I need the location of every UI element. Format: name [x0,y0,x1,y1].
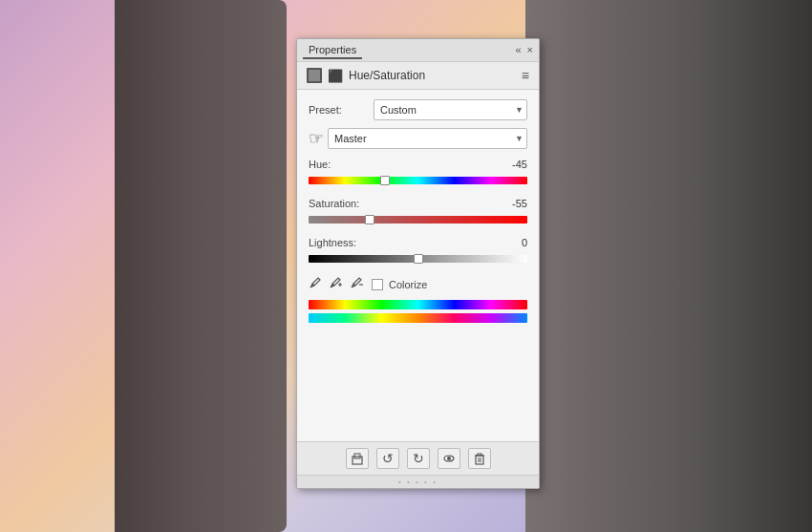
preset-label: Preset: [309,104,374,116]
lightness-slider-row: Lightness: 0 [309,237,527,266]
hue-label-row: Hue: -45 [309,159,527,170]
sat-label: Saturation: [309,198,359,209]
saturation-slider-row: Saturation: -55 [309,198,527,227]
panel-menu-btn[interactable]: ≡ [522,68,529,83]
light-thumb[interactable] [414,254,423,264]
hue-slider-row: Hue: -45 [309,159,527,188]
hue-slider-container[interactable] [309,173,527,188]
title-bar: Properties « × [297,39,539,62]
original-color-bar [309,300,527,309]
subtract-sample-tool[interactable] [351,276,364,292]
channel-select[interactable]: Master Reds Yellows Greens Cyans Blues M… [328,128,527,149]
preset-select-wrapper: Custom Default Cyanotype Sepia Strong Sa… [374,99,527,120]
hue-label: Hue: [309,159,331,170]
grip-bar: • • • • • [297,475,539,488]
svg-point-3 [447,457,451,460]
empty-space [309,327,527,432]
light-value: 0 [499,237,527,248]
properties-panel: Properties « × ⬛ Hue/Saturation ≡ Preset… [296,38,540,489]
panel-content: Preset: Custom Default Cyanotype Sepia S… [297,90,539,441]
panel-header: ⬛ Hue/Saturation ≡ [297,62,539,90]
light-track [309,255,527,263]
title-tabs: Properties [303,42,362,59]
previous-state-btn[interactable]: ↺ [376,448,399,469]
svg-rect-4 [476,456,483,464]
close-btn[interactable]: × [527,45,533,55]
sat-slider-container[interactable] [309,212,527,227]
add-sample-tool[interactable] [330,276,343,292]
adjustment-icon [307,68,322,83]
properties-tab[interactable]: Properties [303,42,362,59]
clip-layer-btn[interactable] [346,448,369,469]
icon-square [308,69,321,82]
title-bar-icons: « × [515,45,533,55]
tools-row: Colorize [309,276,527,292]
preset-row: Preset: Custom Default Cyanotype Sepia S… [309,99,527,120]
adjusted-color-bar [309,313,527,323]
hue-thumb[interactable] [380,176,390,185]
channel-select-wrapper: Master Reds Yellows Greens Cyans Blues M… [328,128,527,149]
visibility-btn[interactable] [438,448,460,469]
hue-value: -45 [499,159,527,170]
mask-icon[interactable]: ⬛ [328,69,343,83]
colorize-checkbox[interactable] [372,279,383,290]
reset-btn[interactable]: ↻ [407,448,430,469]
panel-title: Hue/Saturation [349,69,425,82]
colorize-row: Colorize [372,279,427,290]
light-label-row: Lightness: 0 [309,237,527,248]
left-tower [115,0,287,532]
sat-label-row: Saturation: -55 [309,198,527,209]
light-slider-container[interactable] [309,251,527,266]
hue-track [309,177,527,184]
sat-track [309,216,527,223]
right-bridge [525,0,812,532]
preset-select[interactable]: Custom Default Cyanotype Sepia Strong Sa… [374,99,527,120]
bottom-toolbar: ↺ ↻ [297,441,539,475]
delete-btn[interactable] [468,448,491,469]
grip-dots: • • • • • [398,478,438,486]
colorize-label: Colorize [389,279,427,290]
hand-tool-icon[interactable]: ☞ [309,128,324,149]
light-label: Lightness: [309,237,356,248]
color-bars [309,300,527,323]
sat-value: -55 [499,198,527,209]
collapse-btn[interactable]: « [515,45,521,55]
sat-thumb[interactable] [365,215,374,224]
eyedropper-tool[interactable] [309,276,322,292]
hand-channel-row: ☞ Master Reds Yellows Greens Cyans Blues… [309,128,527,149]
